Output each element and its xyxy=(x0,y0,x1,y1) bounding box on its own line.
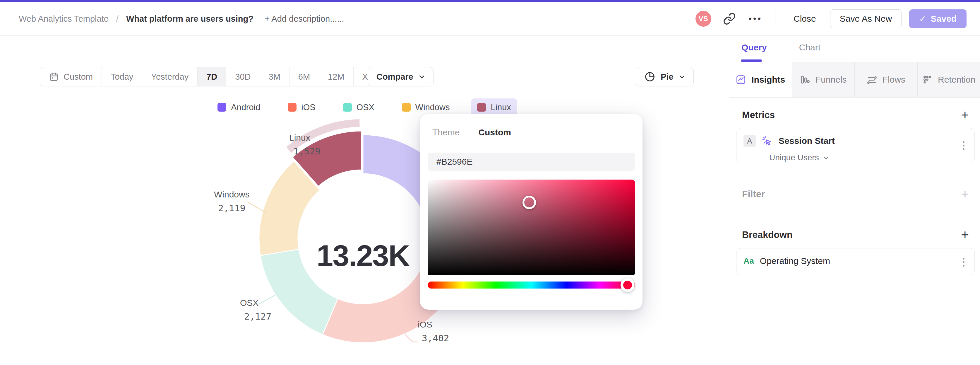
date-segment-today[interactable]: Today xyxy=(102,67,142,86)
breakdown-header: Breakdown + xyxy=(742,228,969,241)
event-click-icon xyxy=(762,135,773,147)
tab-query[interactable]: Query xyxy=(741,43,767,53)
save-as-new-button[interactable]: Save As New xyxy=(830,10,902,28)
close-button[interactable]: Close xyxy=(787,10,822,28)
add-metric-button[interactable]: + xyxy=(961,108,969,121)
legend-item-windows[interactable]: Windows xyxy=(396,99,456,116)
date-segment-yesterday[interactable]: Yesterday xyxy=(142,67,197,86)
calendar-icon xyxy=(49,72,59,82)
date-segment-6m[interactable]: 6M xyxy=(290,67,319,86)
date-segment-custom[interactable]: Custom xyxy=(40,67,102,86)
color-picker-tabs: Theme Custom xyxy=(432,128,511,137)
metrics-title: Metrics xyxy=(742,110,775,120)
pie-chart-icon xyxy=(644,71,655,82)
legend-swatch-android xyxy=(218,103,226,112)
filter-title: Filter xyxy=(742,189,765,199)
tab-flows[interactable]: Flows xyxy=(855,62,918,97)
saved-button[interactable]: ✓ Saved xyxy=(909,10,967,28)
metric-card[interactable]: A Session Start Unique Users xyxy=(736,128,975,163)
date-segment-12m[interactable]: 12M xyxy=(319,67,353,86)
breakdown-options-button[interactable] xyxy=(961,256,966,268)
active-tab-underline xyxy=(741,59,762,62)
more-menu-button[interactable]: ••• xyxy=(749,14,762,24)
saved-label: Saved xyxy=(931,14,956,24)
breakdown-row: Aa Operating System xyxy=(743,256,830,266)
slice-label-windows: Windows2,119 xyxy=(214,189,250,214)
panel-tabs: Query Chart xyxy=(741,43,821,53)
tab-custom[interactable]: Custom xyxy=(478,128,511,137)
compare-button[interactable]: Compare xyxy=(368,67,434,86)
tab-theme[interactable]: Theme xyxy=(432,128,460,137)
metric-row: A Session Start xyxy=(743,135,835,147)
topbar-divider xyxy=(775,11,775,26)
chevron-down-icon xyxy=(679,75,685,79)
app-window: Web Analytics Template / What platform a… xyxy=(0,0,980,365)
date-segment-30d[interactable]: 30D xyxy=(226,67,259,86)
breakdown-card[interactable]: Aa Operating System xyxy=(736,248,975,275)
legend-item-linux[interactable]: Linux xyxy=(471,99,517,116)
legend-item-ios[interactable]: iOS xyxy=(282,99,321,116)
slice-label-linux: Linux1,529 xyxy=(289,132,321,157)
view-type-tabs: Insights Funnels Flows Retention xyxy=(729,62,980,97)
metric-options-button[interactable] xyxy=(961,139,966,152)
date-range-control: Custom Today Yesterday 7D 30D 3M 6M 12M … xyxy=(40,67,399,86)
add-breakdown-button[interactable]: + xyxy=(961,228,969,241)
check-icon: ✓ xyxy=(919,14,926,24)
leader-line-ios xyxy=(405,335,418,342)
insights-icon xyxy=(736,74,746,85)
tab-retention[interactable]: Retention xyxy=(918,62,980,97)
date-segment-3m[interactable]: 3M xyxy=(260,67,290,86)
date-segment-7d[interactable]: 7D xyxy=(197,67,226,86)
topbar-actions: VS ••• Close Save As New ✓ Saved xyxy=(695,2,967,36)
chart-type-button[interactable]: Pie xyxy=(636,67,694,86)
chevron-down-icon xyxy=(418,75,425,79)
legend-item-android[interactable]: Android xyxy=(212,99,266,116)
metric-measure-dropdown[interactable]: Unique Users xyxy=(769,153,829,162)
add-filter-button[interactable]: + xyxy=(961,187,969,201)
slice-label-ios: iOS3,402 xyxy=(418,319,449,344)
saturation-value-area[interactable] xyxy=(428,180,635,275)
legend-swatch-ios xyxy=(288,103,296,112)
query-panel: Query Chart Insights Funnels xyxy=(729,36,980,365)
breakdown-property-name[interactable]: Operating System xyxy=(760,256,830,266)
tab-insights[interactable]: Insights xyxy=(729,62,792,97)
tab-chart[interactable]: Chart xyxy=(799,43,821,53)
slice-label-osx: OSX2,127 xyxy=(240,297,271,322)
chart-canvas: Custom Today Yesterday 7D 30D 3M 6M 12M … xyxy=(0,36,729,365)
donut-center-total: 13.23K xyxy=(317,239,409,273)
hue-slider-handle[interactable] xyxy=(620,278,635,292)
metrics-header: Metrics + xyxy=(742,108,969,121)
legend-item-osx[interactable]: OSX xyxy=(337,99,380,116)
filter-header: Filter + xyxy=(742,187,969,201)
legend-swatch-linux xyxy=(477,103,486,112)
hex-color-input[interactable]: #B2596E xyxy=(428,153,635,171)
flows-icon xyxy=(867,74,877,85)
color-picker-popup: Theme Custom #B2596E xyxy=(420,114,643,310)
tab-funnels[interactable]: Funnels xyxy=(792,62,855,97)
chevron-down-icon xyxy=(823,156,829,159)
hue-slider[interactable] xyxy=(428,282,635,288)
sv-cursor-handle[interactable] xyxy=(522,196,536,209)
funnels-icon xyxy=(800,74,810,85)
legend-swatch-osx xyxy=(343,103,352,112)
breakdown-title: Breakdown xyxy=(742,230,792,240)
string-property-icon: Aa xyxy=(743,256,754,266)
legend-swatch-windows xyxy=(402,103,410,112)
retention-icon xyxy=(922,74,932,85)
metric-series-badge: A xyxy=(743,135,756,147)
metric-event-name[interactable]: Session Start xyxy=(779,136,835,146)
